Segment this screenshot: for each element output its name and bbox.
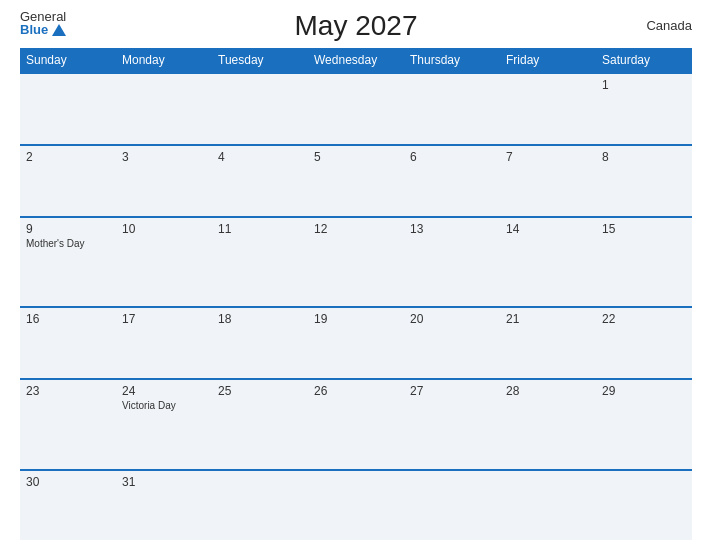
country-label: Canada (646, 18, 692, 33)
day-number: 21 (506, 312, 590, 326)
weekday-header: Thursday (404, 48, 500, 73)
weekday-header: Monday (116, 48, 212, 73)
calendar-cell: 4 (212, 145, 308, 217)
calendar-week-row: 16171819202122 (20, 307, 692, 379)
calendar-cell (404, 73, 500, 145)
calendar-cell (404, 470, 500, 540)
calendar-cell (500, 73, 596, 145)
calendar-cell: 28 (500, 379, 596, 470)
day-number: 18 (218, 312, 302, 326)
calendar-cell: 18 (212, 307, 308, 379)
calendar-cell: 1 (596, 73, 692, 145)
calendar-cell: 13 (404, 217, 500, 308)
calendar-cell: 10 (116, 217, 212, 308)
day-number: 13 (410, 222, 494, 236)
day-number: 31 (122, 475, 206, 489)
calendar-cell: 29 (596, 379, 692, 470)
calendar-title: May 2027 (295, 10, 418, 42)
calendar-week-row: 9Mother's Day101112131415 (20, 217, 692, 308)
day-number: 14 (506, 222, 590, 236)
calendar-cell: 2 (20, 145, 116, 217)
calendar-cell: 20 (404, 307, 500, 379)
day-number: 29 (602, 384, 686, 398)
calendar-cell: 31 (116, 470, 212, 540)
day-number: 4 (218, 150, 302, 164)
day-number: 11 (218, 222, 302, 236)
calendar-week-row: 1 (20, 73, 692, 145)
day-number: 6 (410, 150, 494, 164)
day-number: 27 (410, 384, 494, 398)
day-number: 28 (506, 384, 590, 398)
day-number: 7 (506, 150, 590, 164)
holiday-label: Mother's Day (26, 238, 110, 249)
logo-triangle-icon (52, 24, 66, 36)
day-number: 8 (602, 150, 686, 164)
calendar-cell: 14 (500, 217, 596, 308)
calendar-week-row: 3031 (20, 470, 692, 540)
weekday-header: Tuesday (212, 48, 308, 73)
day-number: 10 (122, 222, 206, 236)
calendar-cell: 12 (308, 217, 404, 308)
calendar-cell (212, 470, 308, 540)
day-number: 24 (122, 384, 206, 398)
calendar-cell (500, 470, 596, 540)
calendar-cell: 9Mother's Day (20, 217, 116, 308)
calendar-cell: 3 (116, 145, 212, 217)
day-number: 26 (314, 384, 398, 398)
day-number: 15 (602, 222, 686, 236)
calendar-cell: 17 (116, 307, 212, 379)
calendar-cell: 24Victoria Day (116, 379, 212, 470)
calendar-cell: 7 (500, 145, 596, 217)
calendar-cell (308, 73, 404, 145)
weekday-header: Friday (500, 48, 596, 73)
calendar-table: SundayMondayTuesdayWednesdayThursdayFrid… (20, 48, 692, 540)
day-number: 17 (122, 312, 206, 326)
calendar-cell (20, 73, 116, 145)
day-number: 5 (314, 150, 398, 164)
calendar-cell: 26 (308, 379, 404, 470)
day-number: 16 (26, 312, 110, 326)
logo-blue-text: Blue (20, 23, 66, 36)
calendar-cell: 21 (500, 307, 596, 379)
holiday-label: Victoria Day (122, 400, 206, 411)
calendar-cell: 27 (404, 379, 500, 470)
calendar-cell: 30 (20, 470, 116, 540)
calendar-cell: 8 (596, 145, 692, 217)
weekday-header: Wednesday (308, 48, 404, 73)
day-number: 1 (602, 78, 686, 92)
day-number: 20 (410, 312, 494, 326)
weekday-header: Sunday (20, 48, 116, 73)
day-number: 19 (314, 312, 398, 326)
calendar-cell (596, 470, 692, 540)
calendar-cell: 25 (212, 379, 308, 470)
calendar-week-row: 2324Victoria Day2526272829 (20, 379, 692, 470)
day-number: 2 (26, 150, 110, 164)
calendar-cell: 11 (212, 217, 308, 308)
day-number: 23 (26, 384, 110, 398)
day-number: 9 (26, 222, 110, 236)
calendar-header: General Blue May 2027 Canada (20, 10, 692, 42)
calendar-body: 123456789Mother's Day1011121314151617181… (20, 73, 692, 540)
weekday-header-row: SundayMondayTuesdayWednesdayThursdayFrid… (20, 48, 692, 73)
logo: General Blue (20, 10, 66, 36)
calendar-cell (116, 73, 212, 145)
calendar-header-row: SundayMondayTuesdayWednesdayThursdayFrid… (20, 48, 692, 73)
calendar-week-row: 2345678 (20, 145, 692, 217)
day-number: 30 (26, 475, 110, 489)
calendar-cell (308, 470, 404, 540)
calendar-cell: 23 (20, 379, 116, 470)
calendar-cell: 6 (404, 145, 500, 217)
calendar-cell: 5 (308, 145, 404, 217)
calendar-cell: 19 (308, 307, 404, 379)
calendar-cell: 15 (596, 217, 692, 308)
day-number: 25 (218, 384, 302, 398)
weekday-header: Saturday (596, 48, 692, 73)
calendar-cell: 16 (20, 307, 116, 379)
calendar-cell: 22 (596, 307, 692, 379)
day-number: 22 (602, 312, 686, 326)
day-number: 3 (122, 150, 206, 164)
calendar-cell (212, 73, 308, 145)
day-number: 12 (314, 222, 398, 236)
